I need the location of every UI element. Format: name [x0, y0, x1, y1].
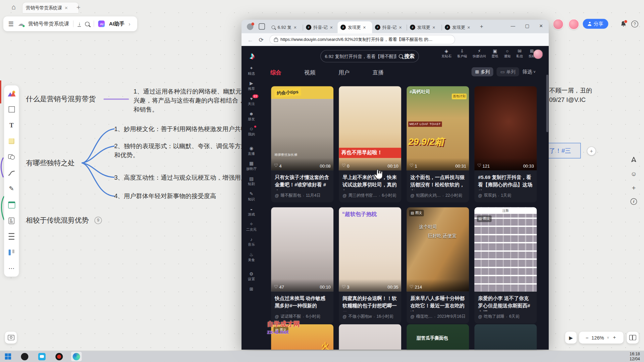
new-tab-icon[interactable]: ＋: [479, 23, 484, 30]
sidebar-item-friends[interactable]: ☻朋友: [248, 111, 255, 122]
browser-tab[interactable]: ♪ 抖音-记 ✕: [303, 22, 338, 33]
video-card[interactable]: [474, 324, 537, 350]
header-item-recharge[interactable]: ◈充钻石: [441, 48, 451, 59]
sidebar-item-live[interactable]: ◉直播: [248, 146, 255, 157]
ai-assistant-label[interactable]: AI助手: [109, 20, 124, 27]
video-author-row[interactable]: @榴莲吃…·2023年9月16日: [407, 311, 469, 323]
chevron-down-icon[interactable]: ˅: [607, 336, 609, 340]
close-icon[interactable]: ✕: [399, 25, 402, 29]
video-thumbnail[interactable]: ♡47 00:10: [271, 207, 333, 291]
video-author-row[interactable]: @周三的情书官…·6小时前: [339, 190, 401, 202]
collaborator-avatar[interactable]: [569, 19, 579, 29]
taskbar-clock[interactable]: 16:18 12/04: [630, 352, 640, 361]
video-thumbnail[interactable]: 甜苦瓜手撕面包: [407, 324, 469, 350]
video-title[interactable]: 这个面包，一点科技与狠活都没有！松松软软的，老…: [407, 170, 469, 190]
video-thumbnail[interactable]: 约会小tips 将绑蕾丝加长裤 ♡4 00:08: [271, 86, 333, 170]
selected-text-box[interactable]: 了！#三: [545, 143, 581, 159]
tab-comprehensive[interactable]: 综合: [270, 69, 281, 76]
collapse-count-badge[interactable]: 9: [95, 217, 102, 224]
video-card[interactable]: ♡121 00:33 #5.69 复制打开抖音，看看【雍開心的作品】这场仗… @…: [474, 86, 537, 202]
back-icon[interactable]: ←: [247, 36, 253, 43]
sidebar-item-cinema[interactable]: ▦放映厅: [246, 161, 257, 172]
workspace-icon[interactable]: [259, 23, 265, 29]
sidebar-item-recommend[interactable]: ▶推荐: [248, 81, 255, 92]
chevron-right-icon[interactable]: ›: [128, 21, 130, 27]
search-icon[interactable]: [85, 21, 90, 26]
video-title[interactable]: 闺蜜真的好会送啊！！软软糯糯的包子好想吧唧一口…: [339, 291, 401, 311]
filter-button[interactable]: 筛选˅: [522, 68, 536, 75]
video-thumbnail[interactable]: #高钙吐司 面包计划 MEAT LOAF TOAST 29.9/2箱 ♡1 00…: [407, 86, 469, 170]
screenshot-button[interactable]: [5, 331, 17, 344]
browser-tab[interactable]: ♪ 发现更 ✕: [442, 22, 477, 33]
active-browser-highlight[interactable]: [71, 352, 82, 361]
video-author-row[interactable]: @吃饱了就睡·6天前: [474, 311, 537, 323]
new-tab-button[interactable]: ＋: [75, 3, 82, 12]
video-card[interactable]: 再也不用早起啦！ ♡0 00:10 早上起不来的宝子，快来试试这款厚切吐司，真的…: [339, 86, 401, 202]
header-item-messages[interactable]: ✉私信: [516, 48, 523, 59]
reaction-smiley-icon[interactable]: ☺: [630, 170, 637, 177]
close-icon[interactable]: ✕: [363, 25, 366, 29]
sidebar-item-drama[interactable]: ▤短剧: [248, 176, 255, 187]
close-icon[interactable]: ✕: [467, 25, 470, 29]
browser-tab-active[interactable]: ♪ 发现更 ✕: [338, 21, 372, 34]
sidebar-item-settings[interactable]: ⚙设置: [248, 271, 255, 282]
video-author-row[interactable]: @睡不醒面包·11月4日: [271, 190, 333, 202]
video-author-row[interactable]: @不做小困包w·16小时前: [339, 311, 401, 323]
scrollbar-thumb[interactable]: [546, 75, 548, 132]
close-icon[interactable]: ✕: [330, 25, 333, 29]
video-thumbnail[interactable]: ♡121 00:33: [474, 86, 537, 170]
mindmap-item-1[interactable]: 1、妙用梗文化：善于利用网络热梗激发用户共鸣: [114, 124, 247, 133]
sidebar-item-me[interactable]: ☺我的: [248, 126, 255, 137]
frame-tool-icon[interactable]: [7, 105, 15, 113]
mindmap-item-4[interactable]: 4、用户群体年轻对新事物的接受度高: [114, 192, 216, 201]
video-card[interactable]: ▤图文 这个吐司 巨好吃 还便宜 ♡214 原来早八人多睡十分钟都在吃它！最近一…: [407, 207, 469, 323]
catalog-button[interactable]: [627, 331, 639, 344]
zoom-out-icon[interactable]: −: [586, 335, 589, 341]
mindmap-node-1[interactable]: 什么是营销号混剪带货: [26, 95, 96, 104]
page-scrollbar[interactable]: [546, 73, 548, 350]
header-item-wallpaper[interactable]: ▣壁纸: [492, 48, 498, 59]
maximize-button[interactable]: ▢: [525, 23, 529, 29]
notification-bell-icon[interactable]: [620, 20, 627, 27]
minimize-button[interactable]: —: [511, 23, 515, 29]
mindmap-node-2[interactable]: 有哪些独特之处: [26, 159, 75, 168]
video-title[interactable]: 亲爱的小李 送不了你克罗心但是能送你斯图西#永远…: [474, 291, 537, 311]
video-card[interactable]: #高钙吐司 面包计划 MEAT LOAF TOAST 29.9/2箱 ♡1 00…: [407, 86, 469, 202]
document-tool-icon[interactable]: [7, 217, 15, 225]
sidebar-item-food[interactable]: ♨美食: [248, 252, 255, 263]
menu-icon[interactable]: ☰: [8, 21, 13, 27]
header-item-notifications[interactable]: ○通知: [504, 48, 511, 59]
header-item-client[interactable]: ⇩客户端: [457, 48, 467, 59]
shapes-tool-icon[interactable]: [7, 153, 15, 161]
sidebar-item-games[interactable]: ◒游戏: [248, 206, 255, 217]
single-column-button[interactable]: ▭单列: [497, 67, 519, 76]
laser-pointer-icon[interactable]: [630, 156, 637, 163]
multi-column-button[interactable]: ⊞多列: [472, 67, 493, 76]
address-bar[interactable]: https://www.douyin.com/search/6.92%20复制打…: [269, 35, 455, 44]
video-title[interactable]: #5.69 复制打开抖音，看看【雍開心的作品】这场仗…: [474, 170, 537, 190]
app-tab[interactable]: 营销号带货系统课 ✕: [22, 2, 78, 13]
sidebar-item-anime[interactable]: ✧二次元: [246, 222, 257, 232]
video-thumbnail[interactable]: ▤图文 这个吐司 巨好吃 还便宜 ♡214: [407, 207, 469, 291]
home-icon[interactable]: ⌂: [11, 3, 16, 11]
zoom-level[interactable]: 126%: [591, 335, 604, 341]
video-thumbnail[interactable]: [474, 324, 537, 350]
video-title[interactable]: 只有女孩子才懂这套的含金量吧！#谁穿谁好看 #今…: [271, 170, 333, 190]
sidebar-item-knowledge[interactable]: ✎知识: [248, 191, 255, 202]
video-card[interactable]: 甜苦瓜手撕面包: [407, 324, 469, 350]
video-card[interactable]: 约会小tips 将绑蕾丝加长裤 ♡4 00:08 只有女孩子才懂这套的含金量吧！…: [271, 86, 333, 202]
video-card[interactable]: ♡47 00:10 快点过来挨骂 动作敏感黑多好#一种很新的cospl… @诺诺…: [271, 207, 333, 323]
video-thumbnail[interactable]: [339, 324, 401, 350]
video-card[interactable]: “超软包子抱枕 ♡3 00:35 闺蜜真的好会送啊！！软软糯糯的包子好想吧唧一口…: [339, 207, 401, 323]
recorder-app-icon[interactable]: [55, 353, 63, 360]
douyin-user-avatar[interactable]: [533, 49, 543, 59]
video-author-row[interactable]: @犯困的火鸡…·22小时前: [407, 190, 469, 202]
canvas-text-fragment[interactable]: 09/27 I@V.IC: [549, 96, 586, 103]
mindmap-item-2[interactable]: 2、独特的表现形式：以幽默、夸张、调侃等方式 和优势。: [114, 141, 247, 160]
collaborator-avatar[interactable]: [553, 19, 564, 29]
kanban-tool-icon[interactable]: [7, 248, 15, 256]
info-icon[interactable]: i: [630, 198, 637, 205]
zoom-in-icon[interactable]: ＋: [612, 334, 617, 341]
help-icon[interactable]: ?: [631, 20, 638, 27]
video-thumbnail[interactable]: “超软包子抱枕 ♡3 00:35: [339, 207, 401, 291]
